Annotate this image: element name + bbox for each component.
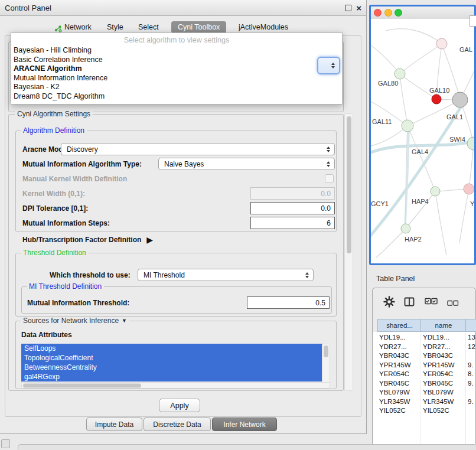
threshold-definition-title: Threshold Definition [23, 249, 86, 257]
attribute-item-selected[interactable]: TopologicalCoefficient [21, 353, 325, 363]
table-row[interactable]: YLR345W YLR345W 9. [373, 397, 475, 407]
tab-cyni-toolbox[interactable]: Cyni Toolbox [171, 21, 226, 33]
float-window-icon[interactable] [345, 5, 351, 11]
apply-button[interactable]: Apply [159, 399, 200, 412]
network-node-label: GAL4 [412, 148, 428, 155]
table-row[interactable]: YBR045C YBR045C 9. [373, 379, 475, 389]
network-node[interactable] [431, 187, 440, 196]
kernel-width-label: Kernel Width (0,1): [22, 190, 85, 198]
dropdown-item[interactable]: Basic Correlation Inference [11, 56, 342, 65]
gear-icon[interactable] [383, 296, 395, 310]
kernel-width-input[interactable]: 0.0 [250, 187, 335, 200]
dropdown-prompt: Select algorithm to view settings [11, 34, 342, 46]
window-title: Control Panel [5, 4, 51, 12]
network-node-label: SWI4 [449, 136, 465, 143]
network-window-titlebar[interactable] [371, 6, 474, 19]
scroll-corner-box [470, 15, 476, 27]
tab-impute-data[interactable]: Impute Data [86, 418, 142, 431]
which-threshold-select[interactable]: MI Threshold [138, 269, 314, 281]
table-panel-title: Table Panel [376, 275, 415, 283]
network-node[interactable] [464, 184, 474, 194]
collapse-arrow-icon[interactable]: ▼ [122, 318, 127, 324]
dropdown-item[interactable]: Mutual Information Inference [11, 74, 342, 83]
bottom-panel-edge [18, 444, 476, 450]
tab-network[interactable]: Network [64, 23, 92, 31]
table-row[interactable]: YER054C YER054C 8. [373, 370, 475, 379]
kernel-width-value: 0.0 [321, 190, 331, 198]
network-canvas[interactable]: GAL80 GAL10 GAL1 GAL11 SWI4 GAL4 HAP4 GC… [371, 19, 474, 263]
mi-type-select[interactable]: Naive Bayes [158, 158, 335, 170]
dpi-tolerance-input[interactable]: 0.0 [250, 202, 335, 214]
mi-threshold-group-title: MI Threshold Definition [29, 282, 102, 291]
mi-threshold-input[interactable]: 0.5 [247, 296, 330, 309]
tab-discretize-data[interactable]: Discretize Data [144, 418, 211, 431]
table-panel-window: shared... name YDL19... YDL19... 13 YDR2… [372, 288, 476, 446]
dropdown-item-selected[interactable]: ARACNE Algorithm [11, 64, 342, 74]
attribute-list: SelfLoops TopologicalCoefficient Between… [21, 344, 329, 381]
network-node-label: HAP2 [405, 236, 422, 243]
network-node-label: GAL1 [446, 113, 463, 120]
expand-arrow-icon[interactable]: ▶ [146, 236, 153, 244]
attribute-item-selected[interactable]: gal4RGexp [21, 372, 325, 381]
which-threshold-value: MI Threshold [144, 271, 185, 279]
mi-steps-value: 6 [327, 219, 331, 227]
aracne-mode-value: Discovery [67, 145, 98, 154]
hub-definition-toggle[interactable]: Hub/Transcription Factor Definition ▶ [22, 236, 153, 244]
tab-style[interactable]: Style [107, 23, 123, 31]
close-window-icon[interactable]: × [356, 4, 361, 12]
network-node[interactable] [436, 38, 447, 49]
network-node[interactable] [402, 120, 413, 132]
columns-icon[interactable] [403, 296, 415, 310]
zoom-traffic-light[interactable] [395, 9, 402, 17]
attribute-list-hscrollbar-thumb[interactable] [23, 383, 141, 387]
mi-steps-input[interactable]: 6 [250, 217, 335, 229]
attribute-list-scrollbar-thumb[interactable] [324, 345, 328, 357]
dropdown-item[interactable]: Bayesian - Hill Climbing [11, 46, 342, 56]
minimize-traffic-light[interactable] [384, 9, 392, 17]
network-node[interactable] [401, 224, 410, 233]
sources-title: Sources for Network Inference [23, 317, 119, 325]
network-node[interactable] [467, 137, 474, 150]
column-header-extra[interactable] [465, 319, 476, 332]
algorithm-select-button[interactable] [317, 57, 340, 74]
tab-discretize-data-label: Discretize Data [153, 420, 201, 429]
dropdown-item[interactable]: Bayesian - K2 [11, 83, 342, 92]
settings-scrollbar-thumb[interactable] [347, 116, 351, 253]
tab-infer-network[interactable]: Infer Network [212, 418, 277, 431]
attribute-list-hscrollbar[interactable] [21, 382, 330, 389]
attribute-list-scrollbar[interactable] [322, 344, 330, 383]
network-node[interactable] [452, 92, 468, 107]
column-header-shared-name[interactable]: shared... [377, 319, 422, 332]
attribute-item-selected[interactable]: SelfLoops [21, 344, 325, 353]
aracne-mode-select[interactable]: Discovery [61, 143, 335, 155]
table-row[interactable]: YIL052C YIL052C [373, 406, 475, 416]
attribute-item-selected[interactable]: BetweennessCentrality [21, 363, 325, 372]
deselect-all-columns-icon[interactable] [447, 298, 459, 309]
desktop: Control Panel × Network Style Select Cyn… [0, 0, 476, 450]
close-traffic-light[interactable] [374, 9, 382, 17]
table-row[interactable]: YDL19... YDL19... 13 [373, 333, 475, 343]
table-row[interactable]: YBL079W YBL079W [373, 388, 475, 397]
table-row[interactable]: YDR27... YDR27... 12 [373, 343, 475, 352]
network-node-label: GAL11 [372, 118, 392, 125]
data-attributes-label: Data Attributes [21, 331, 72, 339]
network-node-label: HAP4 [412, 198, 429, 205]
column-header-name[interactable]: name [420, 319, 467, 332]
table-row[interactable]: YPR145W YPR145W 9. [373, 361, 475, 370]
network-view-window[interactable]: GAL80 GAL10 GAL1 GAL11 SWI4 GAL4 HAP4 GC… [369, 5, 476, 265]
network-node[interactable] [395, 69, 405, 79]
tab-select[interactable]: Select [138, 23, 159, 31]
network-node-label: GAL80 [378, 80, 398, 87]
settings-scrollbar[interactable] [344, 113, 353, 391]
dpi-tolerance-label: DPI Tolerance [0,1]: [22, 204, 88, 213]
network-node[interactable] [432, 94, 441, 104]
manual-kernel-checkbox[interactable] [325, 174, 334, 183]
tab-jactivemodules[interactable]: jActiveModules [239, 23, 288, 31]
mi-type-value: Naive Bayes [164, 160, 204, 168]
table-row[interactable]: YBR043C YBR043C [373, 351, 475, 361]
control-panel-titlebar[interactable]: Control Panel × [0, 0, 366, 16]
dock-panel-grip[interactable] [1, 439, 10, 448]
dropdown-item[interactable]: Dream8 DC_TDC Algorithm [11, 92, 342, 102]
select-all-columns-icon[interactable] [425, 297, 438, 308]
network-node-label: GAL [459, 46, 472, 53]
